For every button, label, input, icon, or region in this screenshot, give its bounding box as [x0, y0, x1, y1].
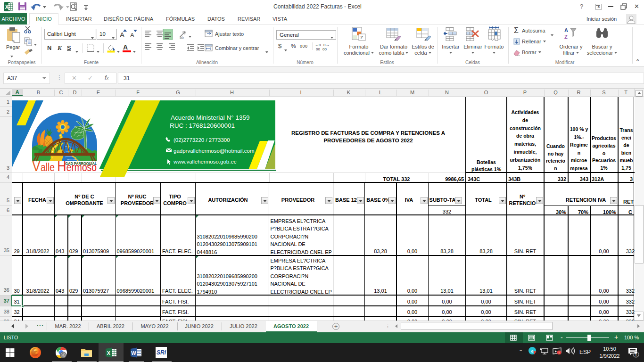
svg-text:RUC : 1768120600001: RUC : 1768120600001	[170, 122, 235, 129]
svg-text:gadprvallehermoso@hotmail.com: gadprvallehermoso@hotmail.com	[173, 148, 254, 154]
svg-text:e: e	[531, 348, 534, 354]
svg-text:A: A	[564, 27, 568, 33]
svg-text:≠: ≠	[360, 34, 363, 40]
svg-text:ab: ab	[180, 35, 184, 40]
svg-text:W: W	[131, 350, 136, 356]
svg-text:Z: Z	[564, 34, 568, 40]
svg-text:X: X	[5, 4, 8, 10]
svg-text:www.vallehermoso.gob.ec: www.vallehermoso.gob.ec	[173, 159, 237, 165]
svg-text:X: X	[107, 350, 111, 356]
svg-text:(02)2773220 / 2773300: (02)2773220 / 2773300	[173, 137, 230, 143]
svg-text:Acuerdo Ministerial N° 1359: Acuerdo Ministerial N° 1359	[171, 114, 249, 121]
svg-text:!: !	[559, 351, 560, 354]
svg-text:1: 1	[635, 352, 637, 357]
